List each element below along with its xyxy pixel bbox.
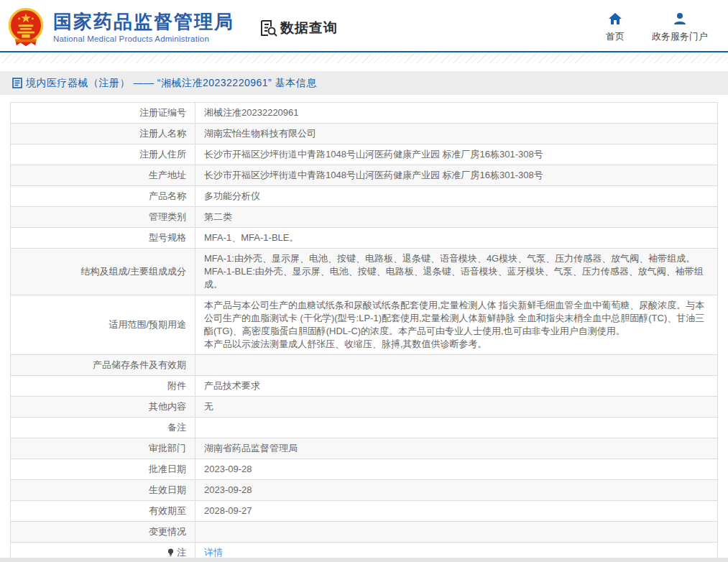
breadcrumb-wrap: 境内医疗器械（注册） —— “湘械注准20232220961” 基本信息 — [0, 71, 728, 95]
table-row: 附件产品技术要求 — [11, 376, 718, 397]
row-label: 结构及组成/主要组成成分 — [11, 249, 195, 295]
site-title: 国家药品监督管理局 — [53, 11, 234, 32]
row-label: 产品储存条件及有效期 — [11, 355, 195, 376]
table-row: 适用范围/预期用途本产品与本公司生产的血糖试纸条和尿酸试纸条配套使用,定量检测人… — [11, 295, 718, 355]
row-value: 无 — [195, 397, 718, 418]
row-value — [195, 522, 718, 543]
row-label: 生产地址 — [11, 165, 195, 186]
row-label-text: 有效期至 — [149, 505, 186, 516]
row-label-text: 适用范围/预期用途 — [109, 319, 186, 330]
registration-info-table: 注册证编号湘械注准20232220961注册人名称湖南宏怡生物科技有限公司注册人… — [10, 102, 718, 562]
table-row: 结构及组成/主要组成成分MFA-1:由外壳、显示屏、电池、按键、电路板、退条键、… — [11, 249, 718, 295]
lightbulb-icon — [166, 548, 175, 557]
row-value — [195, 355, 718, 376]
nav-home[interactable]: 首页 — [606, 11, 625, 43]
table-row: 产品名称多功能分析仪 — [11, 186, 718, 207]
header-nav: 首页 政务服务门户 — [606, 11, 708, 43]
header: 国家药品监督管理局 National Medical Products Admi… — [0, 0, 728, 51]
row-value: MFA-1、MFA-1-BLE。 — [195, 228, 718, 249]
hatch-strip — [0, 52, 728, 63]
row-label: 产品名称 — [11, 186, 195, 207]
home-icon — [608, 11, 622, 26]
breadcrumb: 境内医疗器械（注册） —— “湘械注准20232220961” 基本信息 — [0, 71, 728, 95]
row-label: 型号规格 — [11, 228, 195, 249]
table-row: 有效期至2028-09-27 — [11, 501, 718, 522]
nav-service-portal-label: 政务服务门户 — [652, 30, 708, 43]
row-value: 2023-09-28 — [195, 459, 718, 480]
row-label-text: 批准日期 — [149, 464, 186, 474]
table-row: 批准日期2023-09-28 — [11, 459, 718, 480]
data-query-icon — [259, 19, 277, 37]
row-value: 湖南省药品监督管理局 — [195, 438, 718, 459]
table-row: 生产地址长沙市开福区沙坪街道中青路1048号山河医药健康产业园 标准厂房16栋3… — [11, 165, 718, 186]
row-value: 2023-09-28 — [195, 480, 718, 501]
row-label: 注册人住所 — [11, 144, 195, 165]
table-row: 生效日期2023-09-28 — [11, 480, 718, 501]
row-label-text: 生效日期 — [149, 484, 186, 495]
row-label-text: 注册证编号 — [139, 107, 186, 118]
row-label: 备注 — [11, 418, 195, 438]
site-title-block: 国家药品监督管理局 National Medical Products Admi… — [53, 8, 234, 43]
row-value — [195, 418, 718, 438]
nav-service-portal[interactable]: 政务服务门户 — [652, 11, 708, 43]
table-row: 管理类别第二类 — [11, 207, 718, 228]
breadcrumb-text: 境内医疗器械（注册） —— “湘械注准20232220961” 基本信息 — [26, 77, 317, 90]
row-value: 长沙市开福区沙坪街道中青路1048号山河医药健康产业园 标准厂房16栋301-3… — [195, 144, 718, 165]
row-value: 长沙市开福区沙坪街道中青路1048号山河医药健康产业园 标准厂房16栋301-3… — [195, 165, 718, 186]
row-label: 注册证编号 — [11, 103, 195, 124]
row-label: 适用范围/预期用途 — [11, 295, 195, 355]
row-label-text: 注 — [177, 547, 186, 558]
row-label-text: 变更情况 — [149, 526, 186, 537]
row-label-text: 结构及组成/主要组成成分 — [80, 266, 186, 277]
table-row: 其他内容无 — [11, 397, 718, 418]
row-value: 2028-09-27 — [195, 501, 718, 522]
row-value: 湖南宏怡生物科技有限公司 — [195, 124, 718, 144]
nav-home-label: 首页 — [606, 30, 625, 43]
detail-link[interactable]: 详情 — [204, 547, 223, 558]
data-query-label: 数据查询 — [280, 19, 338, 37]
row-label-text: 其他内容 — [149, 401, 186, 412]
row-value: 多功能分析仪 — [195, 186, 718, 207]
row-value: MFA-1:由外壳、显示屏、电池、按键、电路板、退条键、语音模块、4G模块、气泵… — [195, 249, 718, 295]
row-label: 附件 — [11, 376, 195, 397]
row-label-text: 产品储存条件及有效期 — [93, 359, 186, 370]
row-label-text: 管理类别 — [149, 211, 186, 222]
row-label-text: 产品名称 — [149, 190, 186, 201]
table-row: 注册证编号湘械注准20232220961 — [11, 103, 718, 124]
table-row: 备注 — [11, 418, 718, 438]
row-label-text: 备注 — [167, 422, 186, 433]
table-row: 审批部门湖南省药品监督管理局 — [11, 438, 718, 459]
data-query-section[interactable]: 数据查询 — [259, 19, 338, 37]
table-row: 注册人名称湖南宏怡生物科技有限公司 — [11, 124, 718, 144]
row-label-text: 审批部门 — [149, 443, 186, 453]
site-subtitle: National Medical Products Administration — [53, 34, 234, 43]
row-label-text: 生产地址 — [149, 170, 186, 180]
row-label: 批准日期 — [11, 459, 195, 480]
row-label: 变更情况 — [11, 522, 195, 543]
row-label: 管理类别 — [11, 207, 195, 228]
row-label: 审批部门 — [11, 438, 195, 459]
row-label: 注册人名称 — [11, 124, 195, 144]
row-label: 有效期至 — [11, 501, 195, 522]
footer-strip — [0, 558, 728, 562]
row-label-text: 注册人名称 — [139, 128, 186, 139]
row-value: 本产品与本公司生产的血糖试纸条和尿酸试纸条配套使用,定量检测人体 指尖新鲜毛细血… — [195, 295, 718, 355]
info-table-body: 注册证编号湘械注准20232220961注册人名称湖南宏怡生物科技有限公司注册人… — [11, 103, 718, 562]
row-label-text: 型号规格 — [149, 232, 186, 243]
row-value: 湘械注准20232220961 — [195, 103, 718, 124]
row-label: 生效日期 — [11, 480, 195, 501]
table-row: 产品储存条件及有效期 — [11, 355, 718, 376]
table-row: 变更情况 — [11, 522, 718, 543]
document-icon — [12, 78, 22, 88]
national-emblem-logo — [6, 7, 46, 49]
table-row: 型号规格MFA-1、MFA-1-BLE。 — [11, 228, 718, 249]
table-row: 注册人住所长沙市开福区沙坪街道中青路1048号山河医药健康产业园 标准厂房16栋… — [11, 144, 718, 165]
row-label-text: 附件 — [167, 380, 186, 391]
user-icon — [673, 11, 687, 26]
row-value: 产品技术要求 — [195, 376, 718, 397]
row-label-text: 注册人住所 — [139, 149, 186, 160]
row-label: 其他内容 — [11, 397, 195, 418]
row-value: 第二类 — [195, 207, 718, 228]
